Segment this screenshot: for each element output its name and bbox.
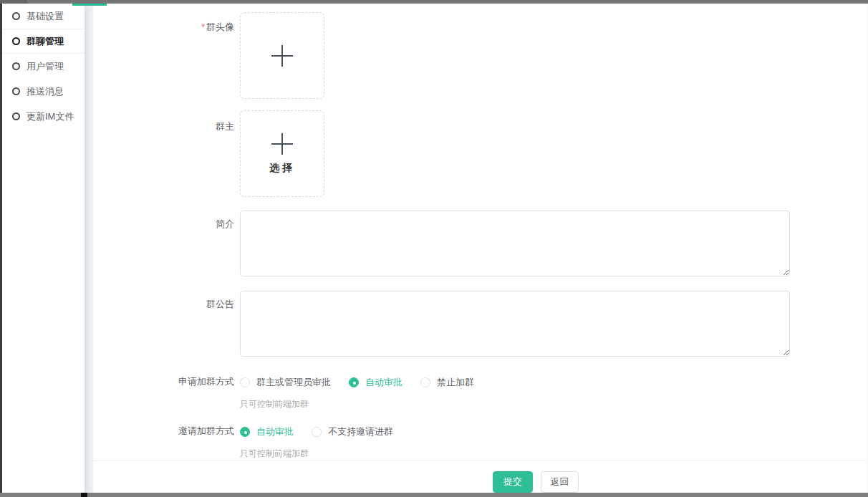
announcement-textarea[interactable] (240, 291, 790, 357)
avatar-field-label: *群头像 (93, 12, 240, 99)
sidebar-item-label: 基础设置 (26, 10, 64, 23)
sidebar-divider-gap (85, 4, 93, 493)
radio-selected-icon (240, 427, 250, 437)
sidebar-item-label: 用户管理 (26, 60, 64, 73)
sidebar-item-push-messages[interactable]: 推送消息 (2, 79, 85, 104)
form-row-apply-method: 申请加群方式 群主或管理员审批 自动审批 禁止加群 (93, 375, 867, 390)
invite-method-options: 自动审批 不支持邀请进群 (240, 425, 411, 439)
radio-owner-admin-approval[interactable]: 群主或管理员审批 (240, 376, 331, 389)
owner-select-action-label: 选择 (269, 162, 295, 175)
radio-invite-not-supported[interactable]: 不支持邀请进群 (312, 425, 393, 438)
sidebar: 基础设置 群聊管理 用户管理 推送消息 更新IM文件 (2, 4, 85, 493)
radio-selected-icon (349, 377, 359, 387)
submit-button[interactable]: 提交 (493, 471, 533, 493)
plus-icon (271, 45, 293, 67)
form-row-intro: 简介 (93, 211, 867, 276)
sidebar-item-label: 推送消息 (26, 85, 64, 98)
invite-method-helper-text: 只可控制前端加群 (240, 448, 867, 460)
window-left-border (0, 4, 2, 493)
footer-action-bar: 提交 返回 (93, 461, 867, 493)
apply-method-helper-text: 只可控制前端加群 (240, 398, 867, 410)
form-row-avatar: *群头像 (93, 12, 867, 99)
circle-icon (12, 87, 20, 95)
top-chrome-bar (0, 0, 868, 4)
main-content: *群头像 群主 选择 简介 群公告 (93, 4, 867, 493)
group-owner-select[interactable]: 选择 (240, 110, 324, 197)
radio-forbid-join[interactable]: 禁止加群 (420, 376, 474, 389)
sidebar-item-basic-settings[interactable]: 基础设置 (2, 4, 85, 29)
form-row-invite-method: 邀请加群方式 自动审批 不支持邀请进群 (93, 425, 867, 439)
plus-icon (271, 133, 293, 155)
bottom-chrome-notch (81, 493, 87, 497)
sidebar-item-group-chat-management[interactable]: 群聊管理 (2, 29, 85, 54)
group-settings-form: *群头像 群主 选择 简介 群公告 (93, 4, 867, 460)
owner-field-label: 群主 (93, 110, 240, 197)
apply-method-label: 申请加群方式 (93, 375, 240, 390)
intro-field-label: 简介 (93, 211, 240, 276)
apply-method-field: 申请加群方式 群主或管理员审批 自动审批 禁止加群 (93, 375, 867, 410)
intro-textarea[interactable] (240, 211, 790, 276)
invite-method-field: 邀请加群方式 自动审批 不支持邀请进群 只可控制前端加群 (93, 425, 867, 460)
group-avatar-upload[interactable] (240, 12, 324, 99)
radio-invite-auto-approval[interactable]: 自动审批 (240, 425, 294, 438)
app-window: 基础设置 群聊管理 用户管理 推送消息 更新IM文件 *群头像 (0, 0, 868, 497)
circle-icon (12, 12, 20, 20)
sidebar-item-label: 群聊管理 (26, 35, 64, 48)
apply-method-options: 群主或管理员审批 自动审批 禁止加群 (240, 375, 492, 390)
circle-icon (12, 112, 20, 120)
radio-auto-approval[interactable]: 自动审批 (349, 376, 402, 389)
back-button[interactable]: 返回 (541, 471, 579, 493)
announcement-field-label: 群公告 (93, 291, 240, 357)
sidebar-item-user-management[interactable]: 用户管理 (2, 54, 85, 79)
form-row-announcement: 群公告 (93, 291, 867, 357)
radio-icon (420, 377, 430, 387)
top-chrome-segment (0, 0, 27, 4)
sidebar-item-update-im-files[interactable]: 更新IM文件 (2, 104, 85, 129)
sidebar-item-label: 更新IM文件 (26, 110, 74, 123)
active-tab-indicator (72, 4, 107, 6)
bottom-chrome-bar (0, 493, 868, 497)
form-row-owner: 群主 选择 (93, 110, 867, 197)
required-asterisk: * (201, 21, 205, 32)
circle-icon (12, 62, 20, 70)
invite-method-label: 邀请加群方式 (93, 425, 240, 439)
radio-icon (240, 377, 250, 387)
circle-icon (12, 37, 20, 45)
radio-icon (312, 427, 322, 437)
